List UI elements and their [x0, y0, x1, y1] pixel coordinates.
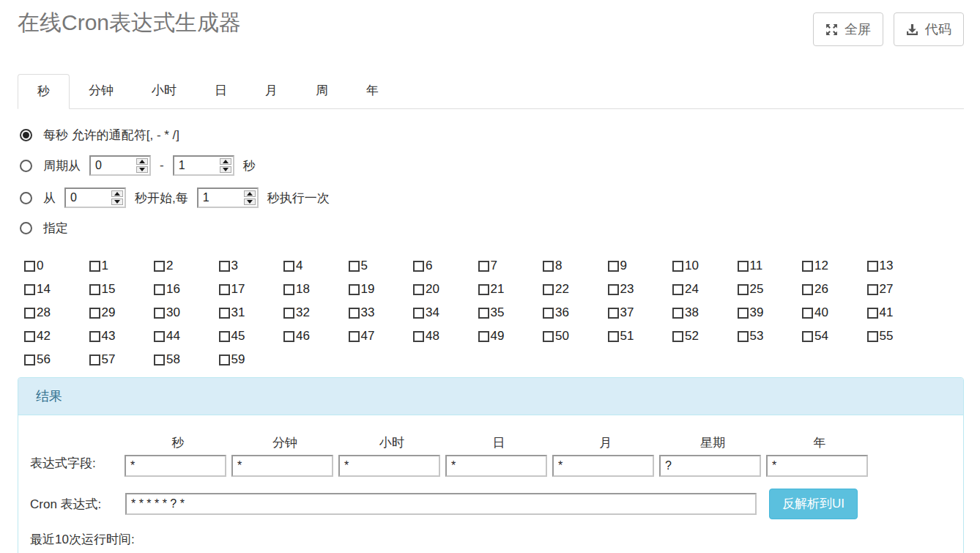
option-every-second[interactable]: 每秒 允许的通配符[, - * /]	[18, 127, 964, 144]
checkbox-icon[interactable]	[283, 261, 294, 272]
second-checkbox-59[interactable]: 59	[219, 351, 284, 368]
checkbox-icon[interactable]	[867, 261, 878, 272]
tab-year[interactable]: 年	[347, 74, 398, 108]
checkbox-icon[interactable]	[349, 331, 360, 342]
spin-down-icon[interactable]	[136, 166, 148, 173]
tab-week[interactable]: 周	[297, 74, 347, 108]
second-checkbox-42[interactable]: 42	[24, 327, 89, 345]
interval-radio[interactable]	[20, 192, 32, 204]
checkbox-icon[interactable]	[738, 308, 749, 319]
spin-down-icon[interactable]	[111, 198, 123, 205]
checkbox-icon[interactable]	[154, 331, 165, 342]
checkbox-icon[interactable]	[738, 261, 749, 272]
checkbox-icon[interactable]	[219, 284, 230, 295]
second-checkbox-8[interactable]: 8	[543, 257, 608, 275]
checkbox-icon[interactable]	[349, 284, 360, 295]
checkbox-icon[interactable]	[154, 355, 165, 365]
checkbox-icon[interactable]	[672, 331, 683, 342]
second-checkbox-36[interactable]: 36	[543, 304, 608, 322]
cycle-radio[interactable]	[20, 160, 32, 172]
checkbox-icon[interactable]	[478, 308, 489, 319]
second-checkbox-18[interactable]: 18	[283, 281, 349, 298]
checkbox-icon[interactable]	[154, 284, 165, 295]
second-checkbox-20[interactable]: 20	[413, 281, 478, 298]
tab-month[interactable]: 月	[246, 74, 297, 108]
second-checkbox-11[interactable]: 11	[738, 257, 803, 275]
second-checkbox-5[interactable]: 5	[349, 257, 414, 275]
tab-seconds[interactable]: 秒	[18, 74, 70, 109]
checkbox-icon[interactable]	[24, 308, 35, 319]
option-interval[interactable]: 从 秒开始,每 秒执行一次	[18, 188, 964, 208]
checkbox-icon[interactable]	[89, 284, 100, 295]
second-checkbox-34[interactable]: 34	[413, 304, 478, 322]
checkbox-icon[interactable]	[24, 355, 35, 365]
second-checkbox-16[interactable]: 16	[154, 281, 219, 298]
checkbox-icon[interactable]	[867, 284, 878, 295]
interval-step-spinner[interactable]	[242, 189, 257, 207]
second-checkbox-10[interactable]: 10	[672, 257, 738, 275]
interval-start-input[interactable]	[66, 189, 110, 207]
checkbox-icon[interactable]	[219, 355, 230, 365]
second-checkbox-2[interactable]: 2	[154, 257, 219, 275]
second-checkbox-26[interactable]: 26	[802, 281, 867, 298]
spin-up-icon[interactable]	[111, 190, 123, 197]
spin-down-icon[interactable]	[244, 198, 256, 205]
second-checkbox-27[interactable]: 27	[867, 281, 932, 298]
checkbox-icon[interactable]	[349, 261, 360, 272]
second-checkbox-4[interactable]: 4	[283, 257, 349, 275]
cycle-to-stepper[interactable]	[173, 155, 234, 176]
checkbox-icon[interactable]	[543, 331, 554, 342]
checkbox-icon[interactable]	[349, 308, 360, 319]
cycle-from-input[interactable]	[91, 157, 135, 174]
second-checkbox-53[interactable]: 53	[738, 327, 803, 345]
interval-step-stepper[interactable]	[197, 188, 259, 208]
spin-up-icon[interactable]	[244, 190, 256, 197]
checkbox-icon[interactable]	[867, 331, 878, 342]
second-checkbox-21[interactable]: 21	[478, 281, 543, 298]
second-checkbox-0[interactable]: 0	[24, 257, 89, 275]
second-checkbox-45[interactable]: 45	[219, 327, 284, 345]
interval-start-spinner[interactable]	[110, 189, 125, 207]
field-input-month[interactable]	[552, 455, 654, 477]
second-checkbox-43[interactable]: 43	[89, 327, 155, 345]
checkbox-icon[interactable]	[283, 331, 294, 342]
field-input-hours[interactable]	[338, 455, 440, 477]
checkbox-icon[interactable]	[154, 308, 165, 319]
field-input-year[interactable]	[766, 455, 868, 477]
cycle-to-spinner[interactable]	[218, 157, 233, 174]
spin-down-icon[interactable]	[220, 166, 231, 173]
checkbox-icon[interactable]	[543, 308, 554, 319]
second-checkbox-54[interactable]: 54	[802, 327, 867, 345]
checkbox-icon[interactable]	[802, 331, 813, 342]
checkbox-icon[interactable]	[478, 331, 489, 342]
checkbox-icon[interactable]	[608, 261, 619, 272]
second-checkbox-3[interactable]: 3	[219, 257, 284, 275]
checkbox-icon[interactable]	[738, 331, 749, 342]
second-checkbox-56[interactable]: 56	[24, 351, 89, 368]
second-checkbox-24[interactable]: 24	[672, 281, 738, 298]
second-checkbox-40[interactable]: 40	[802, 304, 867, 322]
checkbox-icon[interactable]	[802, 284, 813, 295]
checkbox-icon[interactable]	[738, 284, 749, 295]
second-checkbox-25[interactable]: 25	[738, 281, 803, 298]
second-checkbox-57[interactable]: 57	[89, 351, 155, 368]
second-checkbox-7[interactable]: 7	[478, 257, 543, 275]
checkbox-icon[interactable]	[89, 308, 100, 319]
second-checkbox-19[interactable]: 19	[349, 281, 414, 298]
spin-up-icon[interactable]	[220, 158, 231, 165]
checkbox-icon[interactable]	[89, 355, 100, 365]
second-checkbox-50[interactable]: 50	[543, 327, 608, 345]
second-checkbox-37[interactable]: 37	[608, 304, 673, 322]
checkbox-icon[interactable]	[219, 261, 230, 272]
every-second-radio[interactable]	[20, 129, 32, 141]
cycle-to-input[interactable]	[174, 157, 218, 174]
checkbox-icon[interactable]	[478, 284, 489, 295]
second-checkbox-44[interactable]: 44	[154, 327, 219, 345]
second-checkbox-51[interactable]: 51	[608, 327, 673, 345]
second-checkbox-22[interactable]: 22	[543, 281, 608, 298]
option-specify[interactable]: 指定	[18, 220, 964, 237]
checkbox-icon[interactable]	[413, 308, 424, 319]
checkbox-icon[interactable]	[608, 331, 619, 342]
cycle-from-spinner[interactable]	[135, 157, 149, 174]
second-checkbox-38[interactable]: 38	[672, 304, 738, 322]
